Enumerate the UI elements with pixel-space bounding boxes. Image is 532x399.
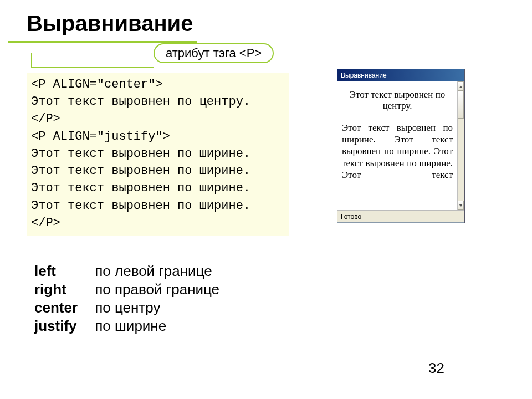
scroll-track [458,119,464,201]
desc-left: по левой границе [95,263,212,279]
browser-body: Этот текст выровнен по центру. Этот текс… [337,81,464,210]
browser-content: Этот текст выровнен по центру. Этот текс… [337,81,457,210]
term-left: left [34,263,91,280]
scroll-up-button[interactable]: ▲ [458,81,464,91]
desc-center: по центру [95,299,160,316]
code-sample: <P ALIGN="center"> Этот текст выровнен п… [27,73,289,236]
page-number: 32 [428,360,444,377]
browser-statusbar: Готово [337,210,464,222]
term-justify: justify [34,318,91,335]
browser-status-text: Готово [341,213,361,221]
align-right-row: right по правой границе [34,281,219,298]
title-underline [8,41,197,43]
align-center-row: center по центру [34,299,219,316]
page-title: Выравнивание [27,11,193,36]
align-justify-row: justify по ширине [34,318,219,335]
align-left-row: left по левой границе [34,263,219,280]
scrollbar[interactable]: ▲ ▼ [457,81,464,210]
scroll-thumb[interactable] [458,91,464,119]
align-value-list: left по левой границе right по правой гр… [34,263,219,336]
term-right: right [34,281,91,298]
browser-titlebar: Выравнивание [337,69,464,81]
term-center: center [34,299,91,316]
preview-centered-text: Этот текст выровнен по центру. [342,89,453,112]
callout-leader-line [31,53,154,68]
preview-justified-text: Этот текст выровнен по ширине. Этот текс… [342,122,453,181]
browser-preview: Выравнивание Этот текст выровнен по цент… [337,69,464,223]
desc-right: по правой границе [95,281,219,298]
desc-justify: по ширине [95,318,166,334]
callout-attribute-label: атрибут тэга <P> [154,43,274,63]
scroll-down-button[interactable]: ▼ [458,201,464,210]
browser-title-text: Выравнивание [341,71,387,79]
